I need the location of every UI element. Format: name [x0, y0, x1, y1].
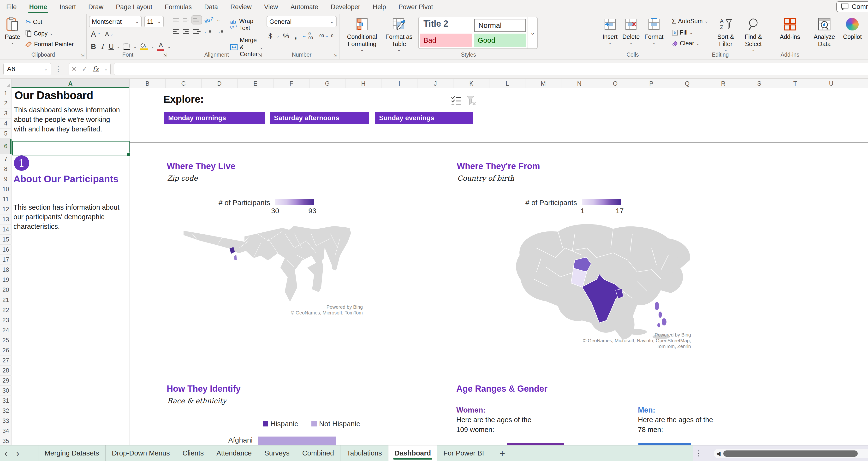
ribbon-tab-power-pivot[interactable]: Power Pivot	[392, 0, 439, 14]
format-as-table-button[interactable]: Format as Table ⌄	[382, 16, 416, 53]
style-good[interactable]: Good	[474, 34, 526, 47]
increase-font-button[interactable]: A⌃	[89, 29, 102, 39]
analyze-data-button[interactable]: Analyze Data	[809, 16, 839, 49]
row-header-28[interactable]: 28	[0, 366, 11, 376]
align-top-button[interactable]	[172, 16, 181, 24]
cancel-entry-icon[interactable]: ✕	[71, 65, 77, 73]
ribbon-tab-file[interactable]: File	[0, 0, 23, 14]
name-box-caret-icon[interactable]: ⌄	[44, 67, 48, 71]
font-size-select[interactable]: 11⌄	[144, 16, 164, 27]
row-header-16[interactable]: 16	[0, 245, 11, 255]
number-format-select[interactable]: General⌄	[267, 16, 337, 27]
align-bottom-button[interactable]	[192, 16, 202, 24]
column-header-L[interactable]: L	[489, 79, 525, 88]
align-middle-button[interactable]	[182, 16, 191, 24]
column-header-E[interactable]: E	[238, 79, 274, 88]
row-header-6[interactable]: 6	[0, 139, 11, 154]
row-header-11[interactable]: 11	[0, 194, 11, 204]
row-header-12[interactable]: 12	[0, 204, 11, 214]
borders-caret-icon[interactable]: ⌄	[133, 44, 137, 49]
align-center-button[interactable]	[182, 27, 191, 35]
decrease-decimal-button[interactable]: .00→.0	[316, 33, 335, 39]
row-header-22[interactable]: 22	[0, 305, 11, 315]
tab-splitter-icon[interactable]: ⋮	[695, 449, 702, 457]
decrease-font-button[interactable]: A⌄	[103, 30, 115, 38]
increase-indent-button[interactable]: →≡	[214, 28, 225, 35]
row-header-31[interactable]: 31	[0, 396, 11, 406]
row-header-33[interactable]: 33	[0, 416, 11, 426]
find-select-button[interactable]: Find & Select ⌄	[740, 16, 767, 53]
wrap-text-button[interactable]: abc↩ Wrap Text	[229, 17, 265, 32]
sheet-nav-right-icon[interactable]: ›	[12, 449, 24, 458]
ribbon-tab-help[interactable]: Help	[367, 0, 393, 14]
accounting-caret-icon[interactable]: ⌄	[276, 34, 279, 38]
fill-color-button[interactable]	[138, 42, 150, 51]
column-header-S[interactable]: S	[741, 79, 777, 88]
sheet-tab-for-power-bi[interactable]: For Power BI	[437, 445, 490, 461]
slicer-button-sunday-evenings[interactable]: Sunday evenings	[375, 112, 473, 124]
selected-cell-a6[interactable]	[12, 141, 129, 155]
column-header-I[interactable]: I	[381, 79, 417, 88]
row-header-17[interactable]: 17	[0, 255, 11, 265]
formula-input[interactable]	[114, 63, 868, 75]
align-right-button[interactable]	[192, 27, 202, 35]
column-header-M[interactable]: M	[525, 79, 561, 88]
decrease-indent-button[interactable]: ←≡	[202, 28, 214, 35]
column-header-H[interactable]: H	[345, 79, 381, 88]
addins-button[interactable]: Add-ins	[777, 16, 803, 41]
name-box[interactable]: A6 ⌄	[3, 63, 51, 75]
style-title2[interactable]: Title 2	[420, 19, 472, 32]
alignment-dialog-launcher[interactable]: ⇲	[258, 52, 262, 58]
row-header-29[interactable]: 29	[0, 376, 11, 386]
horizontal-scrollbar-thumb[interactable]	[723, 451, 858, 457]
sheet-tab-combined[interactable]: Combined	[296, 445, 340, 461]
dashboard-title-cell[interactable]: Our Dashboard	[14, 89, 93, 102]
fill-editing-caret-icon[interactable]: ⌄	[689, 30, 693, 35]
slicer-multiselect-icon[interactable]	[451, 95, 462, 105]
row-header-14[interactable]: 14	[0, 224, 11, 235]
column-header-D[interactable]: D	[202, 79, 238, 88]
row-header-19[interactable]: 19	[0, 275, 11, 285]
number-dialog-launcher[interactable]: ⇲	[333, 52, 337, 58]
comma-style-button[interactable]: ,	[292, 30, 299, 41]
comments-button[interactable]: Comments	[836, 1, 868, 12]
identify-bar-afghani[interactable]	[258, 436, 336, 445]
cells-format-button[interactable]: Format⌄	[642, 16, 666, 45]
row-header-35[interactable]: 35	[0, 436, 11, 446]
column-header-N[interactable]: N	[561, 79, 597, 88]
column-header-J[interactable]: J	[417, 79, 454, 88]
style-normal[interactable]: Normal	[474, 19, 526, 32]
row-header-20[interactable]: 20	[0, 285, 11, 295]
formula-bar-kebab-icon[interactable]: ⋮	[55, 65, 62, 73]
sheet-tab-surveys[interactable]: Surveys	[258, 445, 296, 461]
cut-button[interactable]: ✂ Cut	[24, 17, 75, 27]
conditional-formatting-button[interactable]: Conditional Formatting ⌄	[342, 16, 382, 53]
row-header-23[interactable]: 23	[0, 315, 11, 325]
copilot-button[interactable]: Copilot	[839, 16, 866, 41]
sheet-tab-drop-down-menus[interactable]: Drop-Down Menus	[105, 445, 176, 461]
column-header-G[interactable]: G	[309, 79, 345, 88]
ribbon-tab-view[interactable]: View	[258, 0, 284, 14]
scroll-left-icon[interactable]: ◀	[716, 450, 720, 457]
confirm-entry-icon[interactable]: ✓	[82, 65, 87, 73]
ribbon-tab-draw[interactable]: Draw	[82, 0, 110, 14]
row-header-27[interactable]: 27	[0, 356, 11, 366]
cells-insert-caret-icon[interactable]: ⌄	[608, 40, 612, 44]
row-header-21[interactable]: 21	[0, 295, 11, 305]
row-header-34[interactable]: 34	[0, 426, 11, 436]
ribbon-tab-review[interactable]: Review	[224, 0, 258, 14]
merge-caret-icon[interactable]: ⌄	[259, 45, 263, 50]
row-header-4[interactable]: 4	[0, 119, 11, 129]
copy-button[interactable]: Copy ⌄	[24, 29, 75, 38]
row-header-25[interactable]: 25	[0, 335, 11, 345]
column-header-F[interactable]: F	[274, 79, 309, 88]
orientation-button[interactable]: ab↗	[201, 14, 217, 26]
sheet-tab-merging-datasets[interactable]: Merging Datasets	[38, 445, 105, 461]
clipboard-dialog-launcher[interactable]: ⇲	[81, 52, 85, 58]
sheet-tab-clients[interactable]: Clients	[176, 445, 210, 461]
align-left-button[interactable]	[172, 27, 181, 35]
styles-gallery-more-button[interactable]: ⌄	[528, 17, 538, 49]
orientation-caret-icon[interactable]: ⌄	[217, 18, 220, 22]
sheet-nav-left-icon[interactable]: ‹	[0, 449, 12, 458]
horizontal-scrollbar[interactable]: ◀	[714, 449, 868, 458]
